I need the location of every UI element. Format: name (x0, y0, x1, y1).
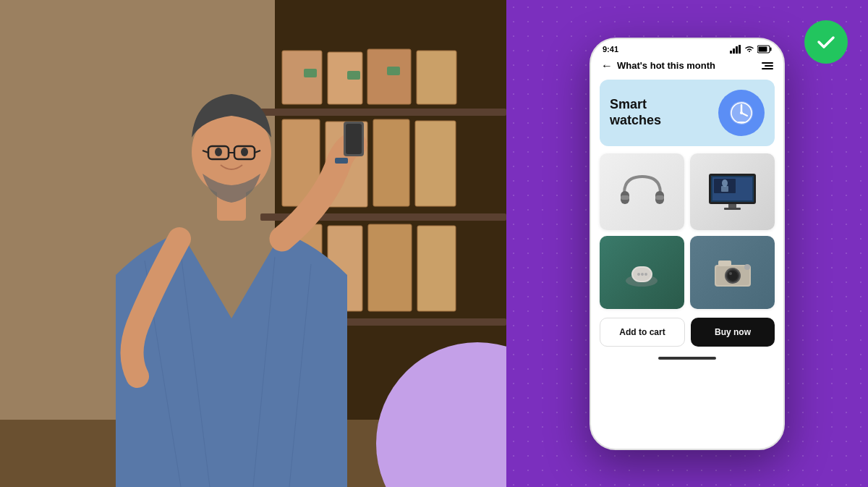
headphones-image (600, 153, 684, 230)
signal-icon (730, 45, 741, 54)
filter-line-3 (762, 68, 773, 69)
check-icon (814, 30, 838, 54)
status-icons (730, 45, 772, 54)
svg-rect-10 (304, 69, 317, 77)
back-button[interactable]: ← (601, 59, 613, 72)
svg-rect-58 (655, 195, 664, 200)
svg-rect-8 (367, 49, 411, 104)
add-to-cart-button[interactable]: Add to cart (600, 318, 685, 347)
svg-rect-41 (335, 158, 348, 164)
svg-rect-64 (721, 186, 728, 192)
svg-rect-15 (373, 119, 409, 206)
right-section: 9:41 (506, 0, 868, 487)
router-image (600, 236, 684, 309)
svg-rect-19 (368, 224, 412, 311)
svg-rect-48 (770, 47, 772, 51)
svg-point-72 (644, 273, 647, 276)
action-buttons: Add to cart Buy now (591, 309, 783, 352)
svg-point-80 (744, 264, 750, 270)
tv-image (690, 153, 775, 230)
svg-rect-42 (730, 51, 732, 54)
svg-point-70 (637, 273, 640, 276)
svg-point-63 (722, 179, 728, 187)
buy-now-button[interactable]: Buy now (691, 318, 775, 347)
header-left: ← What's hot this month (601, 59, 715, 72)
svg-point-39 (215, 148, 222, 156)
photo-section (0, 0, 506, 487)
hero-banner[interactable]: Smart watches (600, 80, 775, 146)
svg-rect-44 (736, 46, 738, 54)
svg-rect-9 (417, 51, 456, 104)
svg-rect-20 (417, 226, 456, 311)
svg-rect-66 (724, 208, 741, 210)
svg-point-77 (728, 271, 738, 281)
camera-image (690, 236, 775, 309)
product-cameras[interactable]: Cameras $800 onwards (690, 236, 775, 309)
product-routers[interactable]: Routers $50 onwards (600, 236, 684, 309)
status-time: 9:41 (603, 45, 618, 54)
headphones-svg (617, 168, 668, 215)
svg-rect-16 (415, 121, 456, 206)
svg-rect-6 (282, 51, 322, 104)
tv-svg (705, 170, 760, 213)
page-title: What's hot this month (617, 60, 715, 71)
svg-point-78 (729, 272, 732, 275)
svg-rect-57 (621, 195, 629, 200)
product-headphones[interactable]: Headphones $100 onwards (600, 153, 684, 230)
home-indicator (658, 357, 716, 360)
hero-text: Smart watches (610, 97, 661, 128)
svg-rect-31 (346, 124, 362, 154)
filter-line-2 (765, 65, 773, 67)
camera-svg (707, 250, 758, 294)
svg-point-40 (241, 148, 248, 156)
product-televisions[interactable]: Televisions $1343.73 onwards (690, 153, 775, 230)
svg-rect-12 (387, 67, 400, 75)
filter-button[interactable] (762, 62, 773, 69)
svg-rect-2 (260, 109, 506, 116)
svg-rect-65 (728, 204, 736, 208)
hero-line2: watches (610, 113, 661, 127)
svg-rect-45 (739, 45, 741, 54)
hero-icon (718, 90, 765, 136)
router-svg (618, 250, 665, 294)
phone-header: ← What's hot this month (591, 56, 783, 80)
phone-mockup: 9:41 (590, 38, 785, 450)
products-grid: Headphones $100 onwards (591, 153, 783, 309)
battery-icon (757, 45, 772, 54)
status-bar: 9:41 (591, 39, 783, 56)
svg-point-71 (641, 273, 644, 276)
hero-line1: Smart (610, 97, 647, 111)
wifi-icon (744, 45, 754, 53)
svg-rect-79 (718, 261, 731, 266)
svg-point-53 (740, 111, 743, 114)
svg-rect-11 (347, 71, 360, 80)
watch-icon (727, 98, 756, 127)
check-badge (804, 20, 848, 64)
svg-rect-43 (733, 48, 735, 54)
filter-line-1 (762, 62, 773, 64)
hero-title: Smart watches (610, 97, 661, 128)
svg-rect-47 (759, 46, 767, 51)
